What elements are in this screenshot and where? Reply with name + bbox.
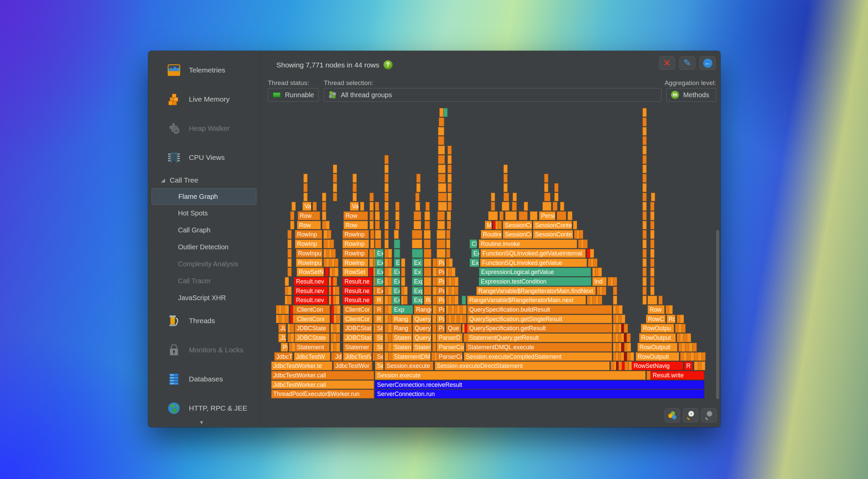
flame-bar[interactable]: ThreadPoolExecutor$Worker.run bbox=[271, 390, 374, 398]
flame-bar[interactable]: Pa bbox=[437, 305, 445, 314]
flame-bar[interactable] bbox=[290, 333, 294, 342]
flame-bar[interactable] bbox=[643, 296, 647, 305]
flame-bar[interactable] bbox=[375, 202, 379, 211]
flame-bar[interactable]: RangeVariable$RangeIteratorMain.findNext bbox=[476, 287, 596, 295]
flame-bar[interactable] bbox=[433, 296, 437, 305]
flame-bar[interactable] bbox=[658, 296, 663, 305]
flame-bar[interactable]: St bbox=[375, 343, 383, 352]
flame-bar[interactable]: JL bbox=[278, 324, 286, 333]
flame-bar[interactable] bbox=[554, 183, 558, 192]
flame-bar[interactable] bbox=[313, 202, 317, 211]
flame-bar[interactable] bbox=[627, 343, 631, 352]
flame-bar[interactable] bbox=[553, 202, 557, 211]
flame-bar[interactable]: Exp bbox=[392, 305, 413, 314]
flame-bar[interactable] bbox=[687, 333, 691, 342]
flame-bar[interactable] bbox=[401, 277, 405, 286]
flame-bar[interactable]: SessionContex bbox=[533, 230, 573, 239]
flame-bar[interactable] bbox=[650, 258, 654, 267]
sidebar-item-call-tree[interactable]: ◢Call Tree bbox=[148, 172, 260, 188]
flame-bar[interactable]: Pa bbox=[437, 268, 445, 276]
back-button[interactable]: ← bbox=[699, 56, 716, 70]
flame-bar[interactable] bbox=[650, 249, 654, 258]
aggregation-level-dropdown[interactable]: m Methods bbox=[666, 88, 716, 102]
flame-bar[interactable] bbox=[433, 258, 437, 267]
flame-bar[interactable] bbox=[384, 165, 389, 173]
flame-bar[interactable]: R bbox=[375, 296, 383, 305]
flame-bar[interactable] bbox=[424, 268, 431, 276]
flame-bar[interactable] bbox=[375, 240, 381, 248]
flame-bar[interactable] bbox=[322, 202, 326, 211]
flame-bar[interactable]: QuerySpecification.getResult bbox=[467, 324, 612, 333]
sidebar-item-hot-spots[interactable]: Hot Spots bbox=[148, 205, 260, 222]
flame-bar[interactable] bbox=[488, 211, 498, 220]
flame-scrollbar[interactable] bbox=[716, 108, 719, 399]
flame-bar[interactable]: RowInp bbox=[295, 240, 322, 248]
sidebar-item-javascript-xhr[interactable]: JavaScript XHR bbox=[148, 289, 260, 306]
sidebar-item-call-graph[interactable]: Call Graph bbox=[148, 222, 260, 238]
flame-bar[interactable]: RowOutput bbox=[639, 333, 676, 342]
flame-bar[interactable] bbox=[333, 277, 337, 286]
flame-bar[interactable]: Se bbox=[375, 352, 383, 361]
flame-bar[interactable] bbox=[689, 343, 693, 352]
flame-bar[interactable] bbox=[336, 305, 340, 314]
flame-bar[interactable] bbox=[680, 315, 684, 324]
flame-bar[interactable] bbox=[643, 258, 647, 267]
flame-bar[interactable]: FunctionSQLInvoked.getValue bbox=[480, 258, 587, 267]
flame-bar[interactable]: Ex bbox=[392, 277, 400, 286]
flame-bar[interactable]: Ex bbox=[375, 268, 383, 276]
flame-bar[interactable] bbox=[613, 287, 617, 295]
flame-bar[interactable]: ClientCor bbox=[343, 305, 372, 314]
flame-bar[interactable] bbox=[643, 268, 647, 276]
flame-bar[interactable] bbox=[491, 193, 495, 202]
flame-bar[interactable]: Pa bbox=[437, 258, 445, 267]
flame-bar[interactable] bbox=[303, 183, 308, 192]
flame-bar[interactable] bbox=[579, 230, 583, 239]
flame-bar[interactable] bbox=[438, 155, 445, 164]
help-icon[interactable]: ? bbox=[383, 60, 393, 69]
flame-bar[interactable] bbox=[593, 258, 597, 267]
flame-bar[interactable] bbox=[693, 343, 697, 352]
flame-bar[interactable] bbox=[414, 221, 421, 230]
flame-bar[interactable]: Range bbox=[414, 305, 432, 314]
flame-bar[interactable] bbox=[424, 277, 431, 286]
flame-bar[interactable] bbox=[462, 315, 467, 324]
flame-bar[interactable]: RangeVariable$RangeIteratorMain.next bbox=[467, 296, 586, 305]
sidebar-item-telemetries[interactable]: Telemetries bbox=[148, 56, 260, 85]
flame-bar[interactable]: Ex bbox=[392, 287, 400, 295]
flame-bar[interactable] bbox=[438, 146, 445, 154]
flame-bar[interactable] bbox=[384, 174, 389, 183]
flame-bar[interactable] bbox=[384, 211, 389, 220]
flame-bar[interactable]: ExpressionLogical.getValue bbox=[479, 268, 591, 276]
flame-bar[interactable]: Expr bbox=[412, 287, 423, 295]
flame-bar[interactable] bbox=[650, 221, 654, 230]
flame-bar[interactable]: Query bbox=[413, 333, 431, 342]
flame-bar[interactable] bbox=[438, 174, 446, 183]
flame-bar[interactable] bbox=[598, 268, 602, 276]
flame-bar[interactable]: RowSetNavig bbox=[632, 361, 683, 370]
flame-bar[interactable] bbox=[447, 221, 451, 230]
flame-bar[interactable] bbox=[384, 183, 389, 192]
flame-bar[interactable]: JdbcTestV bbox=[343, 352, 372, 361]
flame-bar[interactable]: Rang bbox=[392, 315, 412, 324]
flame-bar[interactable] bbox=[438, 183, 446, 192]
flame-bar[interactable] bbox=[388, 296, 392, 305]
flame-bar[interactable]: JdbcTestWorker.te bbox=[271, 361, 332, 370]
flame-bar[interactable] bbox=[590, 249, 594, 258]
sidebar-item-heap-walker[interactable]: Heap Walker bbox=[148, 114, 260, 143]
flame-bar[interactable]: Se bbox=[375, 361, 383, 370]
flame-bar[interactable] bbox=[424, 249, 431, 258]
flame-bar[interactable] bbox=[336, 324, 340, 333]
flame-bar[interactable]: Rang bbox=[392, 324, 412, 333]
flame-bar[interactable] bbox=[322, 211, 326, 220]
flame-bar[interactable]: RowOutpu bbox=[641, 324, 674, 333]
flame-bar[interactable] bbox=[333, 165, 337, 173]
flame-bar[interactable] bbox=[557, 211, 566, 220]
flame-bar[interactable] bbox=[448, 174, 452, 183]
flame-bar[interactable]: Row bbox=[297, 221, 321, 230]
flame-bar[interactable] bbox=[542, 202, 551, 211]
flame-bar[interactable] bbox=[560, 202, 564, 211]
flame-bar[interactable]: Result.ne bbox=[342, 296, 372, 305]
flame-bar[interactable] bbox=[448, 202, 452, 211]
flame-bar[interactable]: Result.ne bbox=[342, 287, 372, 295]
flame-bar[interactable] bbox=[415, 193, 419, 202]
